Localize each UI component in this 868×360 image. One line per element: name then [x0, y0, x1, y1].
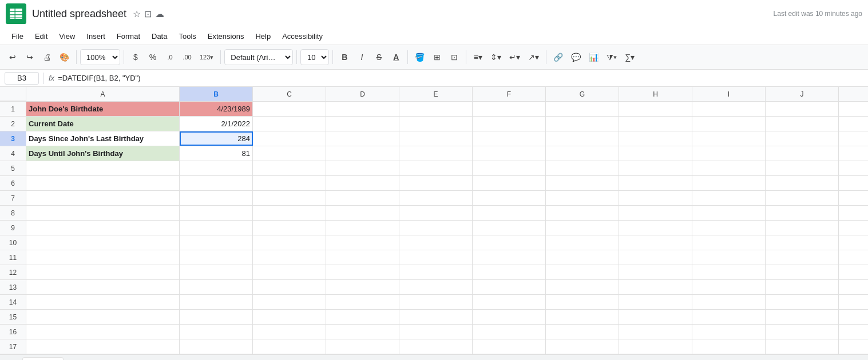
cell-g11[interactable] [546, 250, 619, 265]
cell-d1[interactable] [326, 102, 399, 116]
rotate-button[interactable]: ↗▾ [525, 49, 542, 65]
cell-j12[interactable] [766, 265, 839, 279]
cell-a15[interactable] [26, 310, 180, 324]
cell-j8[interactable] [766, 206, 839, 220]
cell-b10[interactable] [180, 235, 253, 250]
cell-f1[interactable] [473, 102, 546, 116]
cell-reference-input[interactable]: B3 [5, 72, 39, 85]
cell-g4[interactable] [546, 146, 619, 161]
cell-e13[interactable] [399, 280, 473, 294]
cell-h17[interactable] [619, 339, 692, 354]
cell-a11[interactable] [26, 250, 180, 265]
star-icon[interactable]: ☆ [133, 9, 141, 19]
row-header-5[interactable]: 5 [0, 161, 26, 175]
cell-i10[interactable] [692, 235, 766, 250]
cell-h3[interactable] [619, 131, 692, 146]
cell-a17[interactable] [26, 339, 180, 354]
text-color-button[interactable]: A [388, 49, 404, 65]
cell-i2[interactable] [692, 117, 766, 131]
cell-d6[interactable] [326, 176, 399, 190]
cell-e8[interactable] [399, 206, 473, 220]
cell-f8[interactable] [473, 206, 546, 220]
borders-button[interactable]: ⊞ [429, 49, 445, 65]
paint-format-button[interactable]: 🎨 [56, 49, 73, 65]
cell-a12[interactable] [26, 265, 180, 279]
cell-h5[interactable] [619, 161, 692, 175]
row-header-9[interactable]: 9 [0, 221, 26, 235]
italic-button[interactable]: I [354, 49, 370, 65]
cell-j16[interactable] [766, 325, 839, 339]
redo-button[interactable]: ↪ [22, 49, 38, 65]
move-icon[interactable]: ⊡ [144, 9, 152, 19]
cell-f3[interactable] [473, 131, 546, 146]
row-header-11[interactable]: 11 [0, 250, 26, 265]
cell-e14[interactable] [399, 295, 473, 309]
col-header-j[interactable]: J [766, 87, 839, 101]
strikethrough-button[interactable]: S [371, 49, 387, 65]
cell-g9[interactable] [546, 221, 619, 235]
cell-f16[interactable] [473, 325, 546, 339]
cell-b17[interactable] [180, 339, 253, 354]
cell-h1[interactable] [619, 102, 692, 116]
cell-i7[interactable] [692, 191, 766, 205]
row-header-8[interactable]: 8 [0, 206, 26, 220]
cell-g12[interactable] [546, 265, 619, 279]
row-header-12[interactable]: 12 [0, 265, 26, 279]
cell-h2[interactable] [619, 117, 692, 131]
cell-e16[interactable] [399, 325, 473, 339]
cell-b8[interactable] [180, 206, 253, 220]
cell-h13[interactable] [619, 280, 692, 294]
cell-i15[interactable] [692, 310, 766, 324]
cell-a9[interactable] [26, 221, 180, 235]
cell-c2[interactable] [253, 117, 326, 131]
cell-b9[interactable] [180, 221, 253, 235]
cell-e3[interactable] [399, 131, 473, 146]
cell-a6[interactable] [26, 176, 180, 190]
cell-b11[interactable] [180, 250, 253, 265]
cell-b5[interactable] [180, 161, 253, 175]
cell-i5[interactable] [692, 161, 766, 175]
cell-e5[interactable] [399, 161, 473, 175]
currency-button[interactable]: $ [128, 49, 144, 65]
cell-c13[interactable] [253, 280, 326, 294]
cell-f9[interactable] [473, 221, 546, 235]
cell-d3[interactable] [326, 131, 399, 146]
cell-a10[interactable] [26, 235, 180, 250]
filter-button[interactable]: ⧩▾ [603, 49, 620, 65]
cell-b6[interactable] [180, 176, 253, 190]
cell-a1[interactable]: John Doe's Birthdate [26, 102, 180, 116]
cell-c8[interactable] [253, 206, 326, 220]
cell-c17[interactable] [253, 339, 326, 354]
cell-h14[interactable] [619, 295, 692, 309]
cell-a14[interactable] [26, 295, 180, 309]
cell-i1[interactable] [692, 102, 766, 116]
cell-h12[interactable] [619, 265, 692, 279]
cell-h10[interactable] [619, 235, 692, 250]
cell-c9[interactable] [253, 221, 326, 235]
cell-b13[interactable] [180, 280, 253, 294]
cell-h7[interactable] [619, 191, 692, 205]
cell-d7[interactable] [326, 191, 399, 205]
link-button[interactable]: 🔗 [550, 49, 566, 65]
cell-a3[interactable]: Days Since John's Last Birthday [26, 131, 180, 146]
menu-format[interactable]: Format [111, 30, 146, 43]
cell-g8[interactable] [546, 206, 619, 220]
more-formats-button[interactable]: 123▾ [196, 49, 217, 65]
cell-d17[interactable] [326, 339, 399, 354]
col-header-e[interactable]: E [399, 87, 473, 101]
cloud-icon[interactable]: ☁ [155, 9, 164, 19]
cell-j4[interactable] [766, 146, 839, 161]
col-header-f[interactable]: F [473, 87, 546, 101]
cell-f13[interactable] [473, 280, 546, 294]
cell-j7[interactable] [766, 191, 839, 205]
row-header-10[interactable]: 10 [0, 235, 26, 250]
cell-c3[interactable] [253, 131, 326, 146]
cell-e6[interactable] [399, 176, 473, 190]
cell-j15[interactable] [766, 310, 839, 324]
cell-f11[interactable] [473, 250, 546, 265]
cell-g17[interactable] [546, 339, 619, 354]
cell-b7[interactable] [180, 191, 253, 205]
row-header-6[interactable]: 6 [0, 176, 26, 190]
cell-j10[interactable] [766, 235, 839, 250]
cell-j6[interactable] [766, 176, 839, 190]
